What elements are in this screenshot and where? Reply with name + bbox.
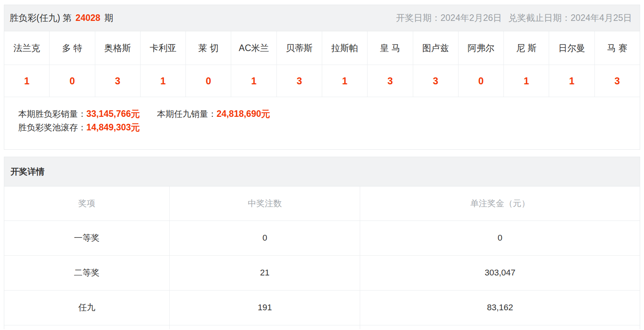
team-cell: 皇 马 xyxy=(367,31,412,65)
team-cell: 卡利亚 xyxy=(140,31,185,65)
col-header-prize-level: 奖项 xyxy=(4,186,170,221)
issue-title-prefix: 胜负彩(任九) 第 xyxy=(10,13,72,23)
r9-sales-value: 24,818,690元 xyxy=(216,109,270,119)
issue-number: 24028 xyxy=(74,13,102,23)
team-cell: 尼 斯 xyxy=(503,31,549,65)
team-cell: 多 特 xyxy=(49,31,94,65)
prize-table: 奖项 中奖注数 单注奖金（元） 一等奖 0 0 二等奖 21 303,047 任… xyxy=(4,186,640,329)
team-cell: 莱 切 xyxy=(185,31,231,65)
result-cell: 0 xyxy=(49,65,94,97)
result-cell: 1 xyxy=(322,65,367,97)
sales-summary: 本期胜负彩销量：33,145,766元本期任九销量：24,818,690元 胜负… xyxy=(4,97,640,149)
sfc-sales-label: 本期胜负彩销量： xyxy=(18,109,86,119)
pool-label: 胜负彩奖池滚存： xyxy=(18,123,86,132)
result-cell: 3 xyxy=(95,65,140,97)
result-cell: 3 xyxy=(594,65,640,97)
prize-details-panel: 开奖详情 奖项 中奖注数 单注奖金（元） 一等奖 0 0 二等奖 21 303,… xyxy=(4,157,640,329)
result-cell: 1 xyxy=(231,65,276,97)
winner-count: 21 xyxy=(170,255,360,290)
result-cell: 0 xyxy=(185,65,231,97)
prize-level: 任九 xyxy=(4,290,170,325)
winner-count xyxy=(170,325,360,329)
table-row: 一等奖 0 0 xyxy=(4,221,640,255)
prize-amount: 303,047 xyxy=(360,255,640,290)
team-cell: 法兰克 xyxy=(4,31,49,65)
sales-line-1: 本期胜负彩销量：33,145,766元本期任九销量：24,818,690元 xyxy=(18,107,640,121)
prize-level: 一等奖 xyxy=(4,221,170,255)
prize-level: 二等奖 xyxy=(4,255,170,290)
result-cell: 1 xyxy=(4,65,49,97)
table-row: 二等奖 21 303,047 xyxy=(4,255,640,290)
team-cell: AC米兰 xyxy=(231,31,276,65)
pool-value: 14,849,303元 xyxy=(86,122,140,132)
team-cell: 马 赛 xyxy=(594,31,640,65)
result-cell: 3 xyxy=(367,65,412,97)
prize-amount xyxy=(360,325,640,329)
result-cell: 1 xyxy=(140,65,185,97)
result-cell: 0 xyxy=(458,65,503,97)
results-row: 1 0 3 1 0 1 3 1 3 3 0 1 1 3 xyxy=(4,65,640,97)
result-cell: 1 xyxy=(549,65,594,97)
col-header-prize-amount: 单注奖金（元） xyxy=(360,186,640,221)
result-cell: 1 xyxy=(503,65,549,97)
issue-panel: 胜负彩(任九) 第 24028 期 开奖日期：2024年2月26日 兑奖截止日期… xyxy=(4,5,640,150)
col-header-winner-count: 中奖注数 xyxy=(170,186,360,221)
prize-table-header-row: 奖项 中奖注数 单注奖金（元） xyxy=(4,186,640,221)
prize-level xyxy=(4,325,170,329)
result-cell: 3 xyxy=(413,65,458,97)
draw-date: 开奖日期：2024年2月26日 xyxy=(396,13,502,23)
sales-line-2: 胜负彩奖池滚存：14,849,303元 xyxy=(18,121,640,134)
result-cell: 3 xyxy=(276,65,322,97)
prize-amount: 83,162 xyxy=(360,290,640,325)
team-cell: 图卢兹 xyxy=(413,31,458,65)
sfc-sales-value: 33,145,766元 xyxy=(86,109,140,119)
issue-title: 胜负彩(任九) 第 24028 期 xyxy=(10,12,113,24)
issue-header-bar: 胜负彩(任九) 第 24028 期 开奖日期：2024年2月26日 兑奖截止日期… xyxy=(4,5,640,31)
team-cell: 贝蒂斯 xyxy=(276,31,322,65)
team-cell: 日尔曼 xyxy=(549,31,594,65)
team-cell: 阿弗尔 xyxy=(458,31,503,65)
winner-count: 0 xyxy=(170,221,360,255)
team-cell: 拉斯帕 xyxy=(322,31,367,65)
r9-sales-label: 本期任九销量： xyxy=(157,109,216,119)
issue-dates: 开奖日期：2024年2月26日 兑奖截止日期：2024年4月25日 xyxy=(392,12,632,24)
redeem-deadline: 兑奖截止日期：2024年4月25日 xyxy=(508,13,632,23)
issue-title-suffix: 期 xyxy=(104,13,113,23)
prize-details-title: 开奖详情 xyxy=(4,157,640,186)
table-row-clipped xyxy=(4,325,640,329)
prize-amount: 0 xyxy=(360,221,640,255)
winner-count: 191 xyxy=(170,290,360,325)
team-cell: 奥格斯 xyxy=(95,31,140,65)
table-row: 任九 191 83,162 xyxy=(4,290,640,325)
teams-row: 法兰克 多 特 奥格斯 卡利亚 莱 切 AC米兰 贝蒂斯 拉斯帕 皇 马 图卢兹… xyxy=(4,31,640,65)
